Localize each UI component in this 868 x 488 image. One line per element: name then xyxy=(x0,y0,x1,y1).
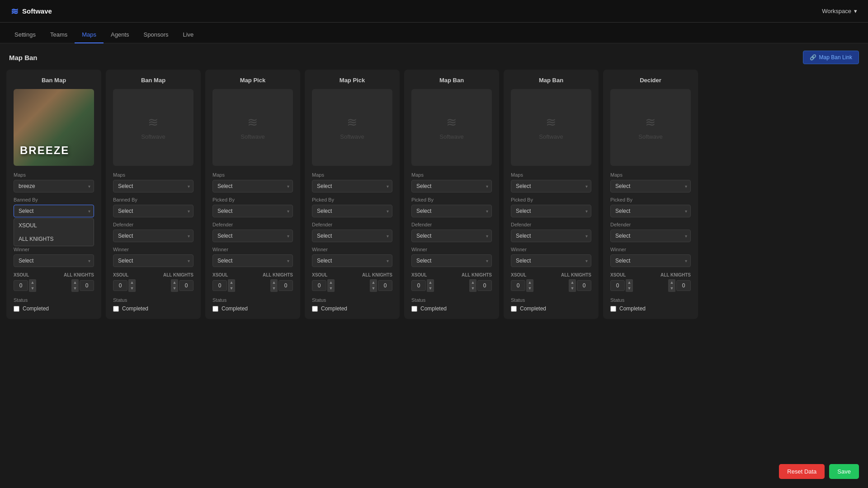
nav-item-settings[interactable]: Settings xyxy=(7,27,43,43)
score-right-down-2[interactable]: ▼ xyxy=(270,286,278,292)
nav-item-sponsors[interactable]: Sponsors xyxy=(137,27,176,43)
score-left-down-0[interactable]: ▼ xyxy=(29,286,36,292)
select-6-0[interactable]: Selectbreezeascentbindhaveniceboxsplitpe… xyxy=(610,180,691,192)
score-right-up-4[interactable]: ▲ xyxy=(469,279,476,286)
score-left-down-4[interactable]: ▼ xyxy=(427,286,434,292)
card-title-6: Decider xyxy=(610,77,691,84)
select-4-1[interactable]: SelectXSOULALL KNIGHTS xyxy=(411,205,492,217)
status-checkbox-2[interactable] xyxy=(212,306,218,312)
score-left-up-6[interactable]: ▲ xyxy=(626,279,633,286)
select-1-3[interactable]: SelectXSOULALL KNIGHTS xyxy=(113,254,193,267)
score-right-input-4[interactable] xyxy=(477,280,492,291)
score-left-down-5[interactable]: ▼ xyxy=(526,286,533,292)
select-3-2[interactable]: SelectXSOULALL KNIGHTS xyxy=(312,230,392,242)
workspace-label: Workspace xyxy=(822,8,851,14)
select-5-0[interactable]: Selectbreezeascentbindhaveniceboxsplitpe… xyxy=(511,180,591,192)
card-title-2: Map Pick xyxy=(212,77,293,84)
score-left-input-5[interactable] xyxy=(511,280,525,291)
score-left-input-2[interactable] xyxy=(212,280,227,291)
score-right-up-6[interactable]: ▲ xyxy=(668,279,675,286)
select-wrapper-3-2: SelectXSOULALL KNIGHTS▾ xyxy=(312,230,392,242)
nav-item-teams[interactable]: Teams xyxy=(43,27,75,43)
score-right-down-3[interactable]: ▼ xyxy=(370,286,377,292)
score-left-up-5[interactable]: ▲ xyxy=(526,279,533,286)
status-checkbox-6[interactable] xyxy=(610,306,616,312)
select-3-1[interactable]: SelectXSOULALL KNIGHTS xyxy=(312,205,392,217)
map-card-0: Ban MapBREEZEMapsSelectbreezeascentbindh… xyxy=(6,70,101,319)
select-2-1[interactable]: SelectXSOULALL KNIGHTS xyxy=(212,205,293,217)
score-left-input-1[interactable] xyxy=(113,280,127,291)
score-right-input-6[interactable] xyxy=(676,280,691,291)
score-right-up-1[interactable]: ▲ xyxy=(171,279,178,286)
select-6-3[interactable]: SelectXSOULALL KNIGHTS xyxy=(610,254,691,267)
status-checkbox-3[interactable] xyxy=(312,306,318,312)
select-6-1[interactable]: SelectXSOULALL KNIGHTS xyxy=(610,205,691,217)
select-4-2[interactable]: SelectXSOULALL KNIGHTS xyxy=(411,230,492,242)
score-left-up-2[interactable]: ▲ xyxy=(228,279,235,286)
score-right-spinners-3: ▲▼ xyxy=(370,279,377,292)
score-right-input-5[interactable] xyxy=(577,280,591,291)
nav-item-maps[interactable]: Maps xyxy=(75,27,104,43)
map-image-0: BREEZE xyxy=(14,89,94,166)
score-right-up-5[interactable]: ▲ xyxy=(569,279,576,286)
select-2-3[interactable]: SelectXSOULALL KNIGHTS xyxy=(212,254,293,267)
score-right-down-1[interactable]: ▼ xyxy=(171,286,178,292)
score-right-down-5[interactable]: ▼ xyxy=(569,286,576,292)
field-label-1-2: Defender xyxy=(113,222,193,227)
status-checkbox-5[interactable] xyxy=(511,306,517,312)
select-4-3[interactable]: SelectXSOULALL KNIGHTS xyxy=(411,254,492,267)
select-5-3[interactable]: SelectXSOULALL KNIGHTS xyxy=(511,254,591,267)
status-checkbox-1[interactable] xyxy=(113,306,119,312)
score-left-input-0[interactable] xyxy=(14,280,28,291)
nav-item-agents[interactable]: Agents xyxy=(104,27,136,43)
score-left-down-2[interactable]: ▼ xyxy=(228,286,235,292)
status-checkbox-4[interactable] xyxy=(411,306,417,312)
score-left-input-6[interactable] xyxy=(610,280,625,291)
score-right-input-2[interactable] xyxy=(278,280,293,291)
score-left-down-3[interactable]: ▼ xyxy=(327,286,335,292)
nav-item-live[interactable]: Live xyxy=(175,27,201,43)
score-right-up-0[interactable]: ▲ xyxy=(71,279,79,286)
score-left-up-1[interactable]: ▲ xyxy=(128,279,136,286)
select-2-2[interactable]: SelectXSOULALL KNIGHTS xyxy=(212,230,293,242)
select-0-0[interactable]: Selectbreezeascentbindhaveniceboxsplitpe… xyxy=(14,180,94,192)
select-3-3[interactable]: SelectXSOULALL KNIGHTS xyxy=(312,254,392,267)
score-left-up-3[interactable]: ▲ xyxy=(327,279,335,286)
select-4-0[interactable]: Selectbreezeascentbindhaveniceboxsplitpe… xyxy=(411,180,492,192)
softwave-icon-4: ≋ xyxy=(446,115,457,130)
select-0-1[interactable]: SelectXSOULALL KNIGHTS xyxy=(14,205,94,217)
score-left-down-1[interactable]: ▼ xyxy=(128,286,136,292)
score-right-down-0[interactable]: ▼ xyxy=(71,286,79,292)
reset-data-button[interactable]: Reset Data xyxy=(779,464,825,479)
score-left-input-3[interactable] xyxy=(312,280,326,291)
select-6-2[interactable]: SelectXSOULALL KNIGHTS xyxy=(610,230,691,242)
score-left-up-4[interactable]: ▲ xyxy=(427,279,434,286)
score-right-down-6[interactable]: ▼ xyxy=(668,286,675,292)
select-5-2[interactable]: SelectXSOULALL KNIGHTS xyxy=(511,230,591,242)
score-right-input-0[interactable] xyxy=(80,280,94,291)
select-1-1[interactable]: SelectXSOULALL KNIGHTS xyxy=(113,205,193,217)
dropdown-option-xsoul[interactable]: XSOUL xyxy=(14,219,94,232)
select-1-2[interactable]: SelectXSOULALL KNIGHTS xyxy=(113,230,193,242)
score-right-down-4[interactable]: ▼ xyxy=(469,286,476,292)
status-checkbox-0[interactable] xyxy=(14,306,19,312)
dropdown-option-all-knights[interactable]: ALL KNIGHTS xyxy=(14,232,94,246)
score-right-up-3[interactable]: ▲ xyxy=(370,279,377,286)
score-left-input-4[interactable] xyxy=(411,280,426,291)
score-right-up-2[interactable]: ▲ xyxy=(270,279,278,286)
select-1-0[interactable]: Selectbreezeascentbindhaveniceboxsplitpe… xyxy=(113,180,193,192)
workspace-button[interactable]: Workspace ▾ xyxy=(822,8,857,14)
score-right-input-3[interactable] xyxy=(378,280,392,291)
select-2-0[interactable]: Selectbreezeascentbindhaveniceboxsplitpe… xyxy=(212,180,293,192)
select-5-1[interactable]: SelectXSOULALL KNIGHTS xyxy=(511,205,591,217)
select-wrapper-2-2: SelectXSOULALL KNIGHTS▾ xyxy=(212,230,293,242)
select-3-0[interactable]: Selectbreezeascentbindhaveniceboxsplitpe… xyxy=(312,180,392,192)
score-right-input-1[interactable] xyxy=(179,280,193,291)
save-button[interactable]: Save xyxy=(829,464,859,479)
map-ban-link-button[interactable]: 🔗 Map Ban Link xyxy=(803,51,859,64)
select-0-3[interactable]: SelectXSOULALL KNIGHTS xyxy=(14,254,94,267)
score-left-down-6[interactable]: ▼ xyxy=(626,286,633,292)
score-left-up-0[interactable]: ▲ xyxy=(29,279,36,286)
select-wrapper-4-3: SelectXSOULALL KNIGHTS▾ xyxy=(411,254,492,267)
page-title: Map Ban xyxy=(9,54,38,61)
